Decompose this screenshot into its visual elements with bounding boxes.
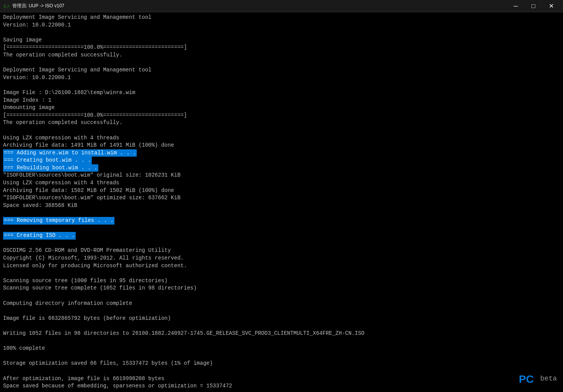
terminal-line: Image File : D:\26100.1882\temp\winre.wi… xyxy=(3,89,560,97)
terminal-line: Space saved: 388568 KiB xyxy=(3,202,560,210)
terminal-line: 100% complete xyxy=(3,345,560,352)
window-title: 管理员: UUP -> ISO v107 xyxy=(12,3,507,9)
terminal-line: === Rebuilding boot.wim . . . xyxy=(3,164,560,172)
terminal-line xyxy=(3,59,560,67)
terminal-line: === Creating ISO . . . xyxy=(3,232,560,240)
terminal-line: Copyright (C) Microsoft, 1993-2012. All … xyxy=(3,255,560,262)
terminal-line: Writing 1052 files in 98 directories to … xyxy=(3,330,560,337)
terminal-line: === Creating boot.wim . . . xyxy=(3,157,560,164)
terminal-line: === Removing temporary files . . . xyxy=(3,217,560,225)
terminal-line xyxy=(3,337,560,345)
terminal-line: Scanning source tree (1000 files in 95 d… xyxy=(3,277,560,285)
terminal-line xyxy=(3,390,560,392)
svg-text:PC: PC xyxy=(519,373,534,385)
title-bar-controls: ─ □ ✕ xyxy=(507,0,560,12)
terminal-line: Saving image xyxy=(3,36,560,44)
title-bar: C:\ 管理员: UUP -> ISO v107 ─ □ ✕ xyxy=(0,0,563,12)
terminal-line: Archiving file data: 1502 MiB of 1502 Mi… xyxy=(3,187,560,195)
terminal-line: Archiving file data: 1491 MiB of 1491 Mi… xyxy=(3,142,560,149)
terminal-line: === Adding winre.wim to install.wim . . … xyxy=(3,149,560,157)
terminal-line: "ISOFOLDER\sources\boot.wim" original si… xyxy=(3,172,560,179)
terminal-line xyxy=(3,29,560,36)
terminal-line: Storage optimization saved 66 files, 153… xyxy=(3,360,560,367)
maximize-button[interactable]: □ xyxy=(525,0,542,12)
terminal-line: The operation completed successfully. xyxy=(3,119,560,127)
terminal-line xyxy=(3,127,560,134)
terminal-line: Deployment Image Servicing and Managemen… xyxy=(3,66,560,74)
terminal-line: Scanning source tree complete (1052 file… xyxy=(3,284,560,292)
terminal-line: [========================100.0%=========… xyxy=(3,44,560,51)
terminal-icon: C:\ xyxy=(3,3,9,9)
terminal-line xyxy=(3,81,560,89)
terminal-line xyxy=(3,209,560,217)
terminal-line: "ISOFOLDER\sources\boot.wim" optimized s… xyxy=(3,194,560,202)
terminal-line xyxy=(3,292,560,300)
terminal-line: Using LZX compression with 4 threads xyxy=(3,179,560,187)
terminal-line: [========================100.0%=========… xyxy=(3,112,560,119)
terminal-line xyxy=(3,367,560,375)
terminal-line: Image file is 6632865792 bytes (before o… xyxy=(3,315,560,323)
beta-label: beta xyxy=(540,374,557,384)
pc-logo-icon: PC xyxy=(519,372,537,386)
terminal-line xyxy=(3,307,560,315)
terminal-line: Computing directory information complete xyxy=(3,300,560,308)
svg-text:C:\: C:\ xyxy=(4,5,9,8)
terminal-line: OSCDIMG 2.56 CD-ROM and DVD-ROM Premaste… xyxy=(3,247,560,255)
terminal-line: The operation completed successfully. xyxy=(3,51,560,59)
terminal-line: Deployment Image Servicing and Managemen… xyxy=(3,14,560,22)
terminal-line xyxy=(3,270,560,277)
terminal-line: Version: 10.0.22000.1 xyxy=(3,74,560,82)
terminal-line: Unmounting image xyxy=(3,104,560,112)
terminal-line xyxy=(3,240,560,247)
terminal: Deployment Image Servicing and Managemen… xyxy=(0,12,563,392)
terminal-line: Licensed only for producing Microsoft au… xyxy=(3,262,560,270)
close-button[interactable]: ✕ xyxy=(542,0,560,12)
terminal-line: Version: 10.0.22000.1 xyxy=(3,22,560,29)
terminal-line: Space saved because of embedding, sparse… xyxy=(3,382,560,390)
terminal-line: Using LZX compression with 4 threads xyxy=(3,134,560,142)
terminal-line xyxy=(3,322,560,330)
terminal-line: After optimization, image file is 661999… xyxy=(3,375,560,383)
minimize-button[interactable]: ─ xyxy=(507,0,525,12)
terminal-line xyxy=(3,225,560,232)
terminal-line xyxy=(3,352,560,360)
pc-beta-logo: PC beta xyxy=(519,372,557,386)
terminal-line: Image Index : 1 xyxy=(3,97,560,104)
